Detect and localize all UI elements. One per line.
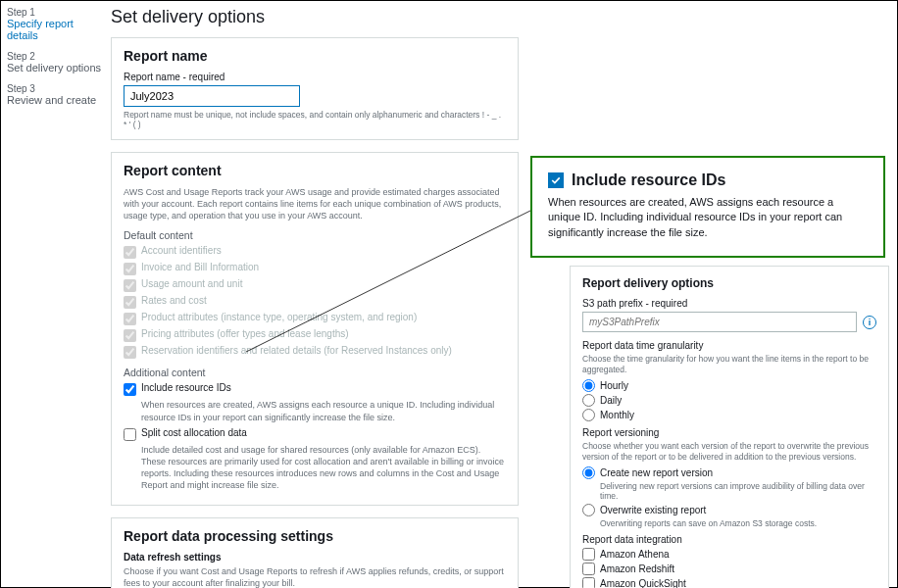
default-content-item: Invoice and Bill Information <box>124 262 506 275</box>
default-content-item: Product attributes (instance type, opera… <box>124 312 506 325</box>
split-cost-checkbox[interactable] <box>124 428 136 441</box>
default-content-item: Pricing attributes (offer types and leas… <box>124 328 506 342</box>
integration-athena[interactable]: Amazon Athena <box>582 548 876 561</box>
granularity-daily[interactable]: Daily <box>582 394 876 407</box>
integration-redshift[interactable]: Amazon Redshift <box>582 563 876 575</box>
info-icon[interactable]: i <box>863 316 876 329</box>
wizard-step-1[interactable]: Step 1 Specify report details <box>7 7 105 41</box>
wizard-sidebar: Step 1 Specify report details Step 2 Set… <box>7 7 105 116</box>
default-content-item: Reservation identifiers and related deta… <box>124 345 506 359</box>
processing-panel: Report data processing settings Data ref… <box>111 517 519 588</box>
integration-quicksight[interactable]: Amazon QuickSight <box>582 577 876 588</box>
granularity-hourly[interactable]: Hourly <box>582 379 876 392</box>
split-cost-row[interactable]: Split cost allocation data <box>124 427 506 441</box>
wizard-step-2[interactable]: Step 2 Set delivery options <box>7 51 105 74</box>
include-resource-ids-checkbox[interactable] <box>124 383 136 396</box>
default-content-item: Rates and cost <box>124 295 506 309</box>
include-resource-ids-row[interactable]: Include resource IDs <box>124 382 506 396</box>
callout-box: Include resource IDs When resources are … <box>530 156 885 258</box>
granularity-monthly[interactable]: Monthly <box>582 409 876 421</box>
wizard-step-3[interactable]: Step 3 Review and create <box>7 83 105 106</box>
versioning-overwrite[interactable]: Overwrite existing report <box>582 504 876 516</box>
main-content: Set delivery options Report name Report … <box>111 7 519 588</box>
report-name-panel: Report name Report name - required Repor… <box>111 37 519 140</box>
default-content-item: Usage amount and unit <box>124 278 506 292</box>
page-title: Set delivery options <box>111 7 519 27</box>
delivery-options-panel: Report delivery options S3 path prefix -… <box>570 266 889 588</box>
report-name-input[interactable] <box>124 85 300 107</box>
report-content-panel: Report content AWS Cost and Usage Report… <box>111 152 519 506</box>
checkbox-checked-icon <box>548 172 564 188</box>
default-content-item: Account identifiers <box>124 245 506 259</box>
s3-prefix-input[interactable] <box>582 312 857 332</box>
versioning-create-new[interactable]: Create new report version <box>582 466 876 479</box>
